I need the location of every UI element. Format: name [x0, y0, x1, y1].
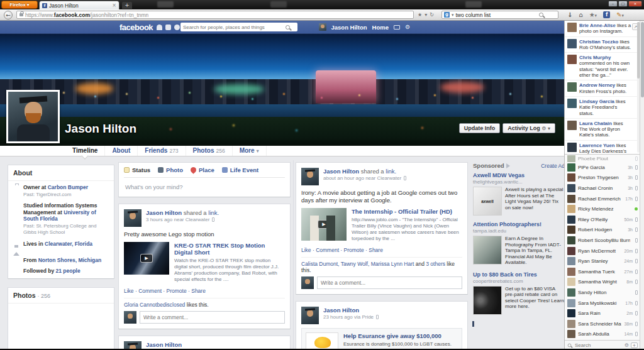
author-link[interactable]: Jason Hilton	[323, 168, 359, 175]
photo-thumbnail[interactable]	[12, 307, 43, 339]
ticker-story[interactable]: Lindsay Garcia likes Katie Freedland's s…	[565, 97, 640, 119]
video-thumbnail[interactable]: ▶	[124, 242, 169, 275]
cover-photo[interactable]: Jason Hilton Update Info Activity Log ⚙ …	[0, 34, 564, 146]
chat-friend-row[interactable]: Phoebe Plout	[565, 155, 640, 162]
chat-friend-row[interactable]: Samantha Wright 8m	[565, 277, 640, 288]
profile-tab[interactable]: Friends273	[138, 146, 186, 156]
notifications-icon[interactable]	[174, 25, 180, 30]
ad-title[interactable]: Attention Photographers!	[473, 221, 565, 227]
browser-tab[interactable]: f Jason Hilton ×	[39, 1, 119, 9]
scrollbar-thumb[interactable]	[641, 22, 644, 97]
navbar-profile-link[interactable]: Jason Hilton	[331, 24, 367, 31]
chat-search-input[interactable]	[574, 342, 623, 349]
post-timestamp[interactable]: about an hour ago near Clearwater	[323, 175, 462, 181]
activity-log-button[interactable]: Activity Log ⚙ ▾	[502, 123, 555, 133]
author-link[interactable]: Jason Hilton	[323, 307, 359, 314]
ad-image[interactable]	[473, 286, 502, 315]
maximize-button[interactable]: ▢	[618, 1, 628, 7]
chat-friend-row[interactable]: Preston Thygesen 3h	[565, 173, 640, 183]
about-item[interactable]: Owner at Carbon Bumper Past: TigerDirect…	[8, 181, 114, 199]
privacy-shortcuts-icon[interactable]	[394, 25, 400, 30]
chat-friend-row[interactable]: Robert ScoobyBlu Burnett	[565, 235, 640, 246]
search-icon[interactable]	[539, 13, 543, 17]
comment-input[interactable]	[317, 276, 462, 289]
photos-title[interactable]: Photos · 256	[8, 288, 114, 304]
avatar[interactable]	[319, 23, 326, 31]
photo-thumbnail[interactable]	[45, 307, 76, 339]
author-link[interactable]: Jason Hilton	[146, 209, 182, 216]
link-attachment[interactable]: ▶ KRE-O STAR TREK Stop Motion Digital Sh…	[124, 242, 285, 283]
attachment-title[interactable]: Help Esurance give away $100,000	[343, 332, 458, 339]
ad-title[interactable]: Up to $80 Back on Tires	[473, 271, 565, 278]
ad-image[interactable]	[473, 236, 502, 265]
post-actions[interactable]: Like · Comment · Promote · Share	[301, 247, 462, 253]
profile-tab[interactable]: More▾	[233, 146, 267, 156]
avatar[interactable]	[124, 209, 142, 227]
chat-friend-row[interactable]: Riley O'Reilly 50m	[565, 214, 640, 225]
chat-friend-row[interactable]: Samantha Tuerk 27m	[565, 266, 640, 277]
facebook-search-input[interactable]	[183, 25, 284, 30]
attachment-title[interactable]: KRE-O STAR TREK Stop Motion Digital Shor…	[174, 242, 285, 256]
sponsored-ad[interactable]: Attention Photographers! tampa.iadt.edu …	[473, 221, 565, 266]
ad-title[interactable]: Axwell MDW Vegas	[473, 172, 565, 178]
back-button[interactable]: ←	[4, 11, 13, 19]
sponsored-ad[interactable]: Axwell MDW Vegas thelightvegas.wantic...…	[473, 172, 565, 216]
status-input[interactable]: What's on your mind?	[124, 178, 285, 193]
composer-tab[interactable]: Place	[191, 167, 214, 173]
home-icon[interactable]: ⌂	[579, 11, 582, 18]
navbar-home-link[interactable]: Home	[372, 24, 389, 31]
chat-friend-row[interactable]: Sara Myslikowski 17h	[565, 298, 640, 309]
liker-names[interactable]: Calista Dumont, Tawny Wolf, Marissa Lynn…	[301, 261, 414, 267]
photo-thumbnail[interactable]	[77, 307, 109, 339]
chat-friend-row[interactable]: Sandy Hilton	[565, 287, 640, 298]
ticker-story[interactable]: Brie Anne-Alise likes a photo on Instagr…	[565, 21, 640, 37]
bookmarks-menu[interactable]: ★▾	[589, 11, 597, 18]
avatar[interactable]	[301, 168, 319, 185]
chat-friend-row[interactable]: Rachael Emmerich 17h	[565, 194, 640, 204]
messages-icon[interactable]	[165, 25, 171, 30]
browser-search-box[interactable]: g ▾	[441, 11, 558, 19]
chat-friend-row[interactable]: PiPe Garcia 3h	[565, 162, 640, 173]
create-ad-link[interactable]: Create Ad	[541, 163, 565, 169]
about-item[interactable]: From Norton Shores, Michigan	[8, 254, 114, 265]
avatar[interactable]	[301, 307, 319, 324]
chat-friend-row[interactable]: Ricky Melendez	[565, 204, 640, 214]
search-engine-dropdown-icon[interactable]: ▾	[452, 13, 454, 18]
play-icon[interactable]: ▶	[140, 254, 153, 263]
chat-friend-row[interactable]: Sarah Abdulla 14m	[565, 329, 640, 340]
post-timestamp[interactable]: 3 hours ago near Clearwater	[146, 217, 285, 222]
about-item[interactable]: Studied Information Systems Management a…	[8, 199, 114, 238]
post-timestamp[interactable]: 23 hours ago via Pride	[323, 314, 462, 320]
offer-attachment[interactable]: PFLAG Help Esurance give away $100,000 E…	[301, 328, 462, 350]
chat-friend-row[interactable]: Sara Rain 2m	[565, 308, 640, 319]
chat-friend-row[interactable]: Sara Schneider Mascolo 38m	[565, 319, 640, 329]
chat-friend-row[interactable]: Ryan Stanley 24m	[565, 256, 640, 266]
url-bar[interactable]: https://www.facebook.com/jasonhilton?ref…	[16, 11, 414, 19]
ticker-story[interactable]: Andrew Nerney likes Kirsten Fross's phot…	[565, 80, 640, 97]
sponsored-ad[interactable]: Up to $80 Back on Tires coopertirerebate…	[473, 271, 565, 315]
composer-tab[interactable]: Photo	[158, 167, 183, 173]
bookmark-star-icon[interactable]: ★	[418, 12, 422, 18]
about-title[interactable]: About	[8, 165, 114, 181]
link-attachment[interactable]: ▶ The Internship - Official Trailer (HD)…	[301, 208, 462, 242]
about-item[interactable]: Followed by 21 people	[8, 265, 114, 276]
update-info-button[interactable]: Update Info	[459, 123, 501, 133]
video-thumbnail[interactable]: ▶	[301, 208, 347, 241]
facebook-toolbar-icon[interactable]: f	[603, 11, 610, 18]
profile-tab[interactable]: About	[105, 146, 138, 156]
chat-friend-row[interactable]: Rachael Cronin 3h	[565, 183, 640, 194]
new-tab-button[interactable]: +	[122, 2, 132, 9]
ticker-story[interactable]: Chris Murphy commented on his own status…	[565, 53, 640, 80]
close-button[interactable]: ×	[628, 1, 642, 7]
chat-friend-row[interactable]: Ryan McDermott 20m	[565, 246, 640, 256]
profile-tab[interactable]: Timeline	[65, 146, 105, 156]
facebook-logo[interactable]: facebook	[119, 23, 153, 32]
url-dropdown-icon[interactable]: ▾	[425, 12, 427, 18]
friend-requests-icon[interactable]	[157, 25, 162, 30]
ticker-story[interactable]: Lawrence Yuen likes Lady Dies Darkness's…	[565, 141, 640, 155]
link-word[interactable]: link.	[386, 168, 396, 175]
firefox-menu-button[interactable]: Firefox ▾	[1, 1, 38, 9]
profile-picture[interactable]	[6, 90, 60, 143]
ticker-story[interactable]: Christian Toczko likes Rob O'Mahony's st…	[565, 37, 640, 53]
composer-tab[interactable]: Life Event	[222, 167, 258, 173]
